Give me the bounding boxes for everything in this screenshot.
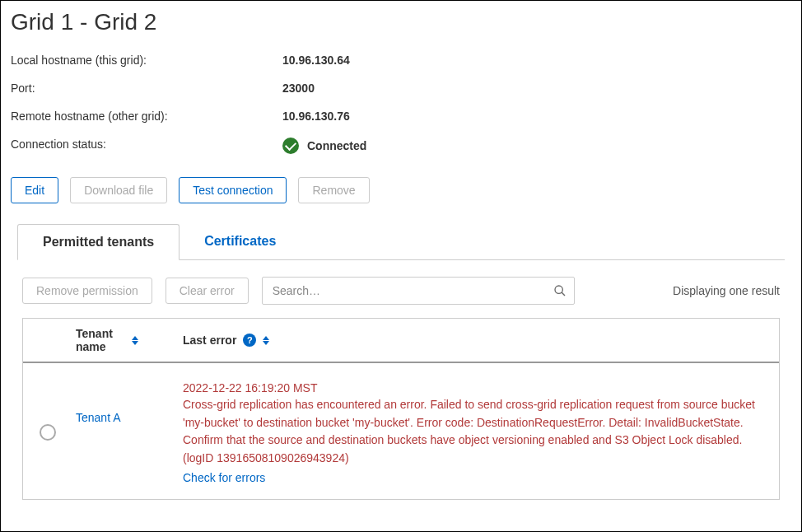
search-input[interactable] [262, 277, 575, 305]
sort-icon [263, 336, 269, 345]
th-tenant-name[interactable]: Tenant name [72, 327, 180, 353]
test-connection-button[interactable]: Test connection [179, 177, 287, 203]
port-value: 23000 [282, 82, 791, 95]
help-icon[interactable]: ? [243, 334, 256, 347]
remote-hostname-value: 10.96.130.76 [282, 110, 791, 123]
error-timestamp: 2022-12-22 16:19:20 MST [183, 381, 776, 394]
search-icon [553, 284, 567, 297]
status-connected-icon [282, 138, 299, 154]
tenants-table: Tenant name Last error ? [22, 318, 780, 500]
th-last-error[interactable]: Last error ? [180, 327, 779, 353]
svg-line-1 [562, 292, 565, 296]
clear-error-button[interactable]: Clear error [166, 278, 249, 304]
sort-icon [132, 336, 138, 345]
tab-certificates[interactable]: Certificates [180, 224, 301, 260]
connection-status-label: Connection status: [11, 138, 282, 154]
last-error-cell: 2022-12-22 16:19:20 MST Cross-grid repli… [180, 381, 779, 484]
remove-permission-button[interactable]: Remove permission [22, 278, 152, 304]
local-hostname-value: 10.96.130.64 [282, 54, 791, 67]
edit-button[interactable]: Edit [11, 177, 58, 203]
tenant-toolbar: Remove permission Clear error Displaying… [22, 277, 780, 305]
download-file-button[interactable]: Download file [70, 177, 167, 203]
tenant-name-link[interactable]: Tenant A [76, 381, 121, 424]
tab-content-permitted-tenants: Remove permission Clear error Displaying… [17, 260, 785, 500]
action-button-row: Edit Download file Test connection Remov… [11, 177, 791, 203]
page-title: Grid 1 - Grid 2 [11, 9, 791, 35]
table-row: Tenant A 2022-12-22 16:19:20 MST Cross-g… [23, 363, 779, 499]
port-label: Port: [11, 82, 282, 95]
tabs: Permitted tenants Certificates [17, 223, 785, 260]
local-hostname-label: Local hostname (this grid): [11, 54, 282, 67]
svg-point-0 [555, 286, 562, 293]
row-select-radio[interactable] [40, 424, 56, 441]
remote-hostname-label: Remote hostname (other grid): [11, 110, 282, 123]
table-header: Tenant name Last error ? [23, 319, 779, 363]
remove-button[interactable]: Remove [298, 177, 369, 203]
result-count-text: Displaying one result [673, 284, 780, 297]
check-for-errors-link[interactable]: Check for errors [183, 471, 265, 484]
tab-permitted-tenants[interactable]: Permitted tenants [17, 224, 180, 260]
error-message: Cross-grid replication has encountered a… [183, 396, 776, 468]
th-tenant-name-label: Tenant name [76, 327, 125, 353]
connection-status-value: Connected [307, 139, 366, 152]
th-last-error-label: Last error [183, 334, 236, 347]
connection-info: Local hostname (this grid): 10.96.130.64… [11, 54, 791, 154]
